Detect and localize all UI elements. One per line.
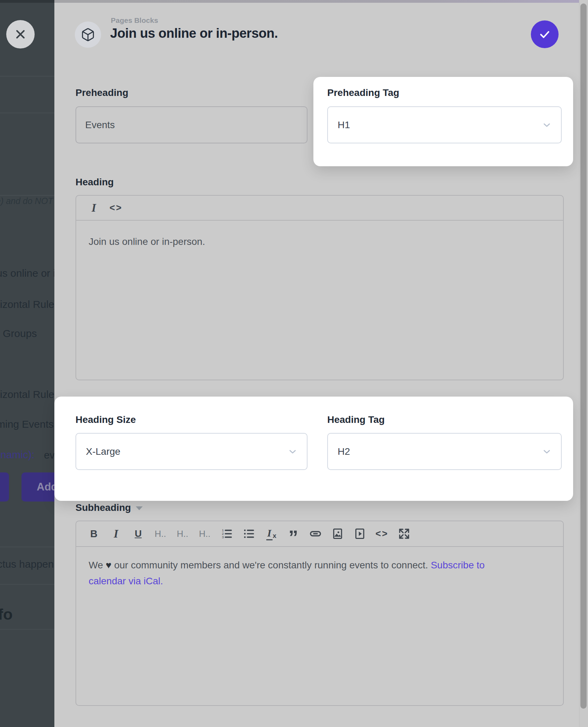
heading-tag-select[interactable]: H2 <box>327 433 562 470</box>
preheading-tag-label: Preheading Tag <box>327 87 399 98</box>
divider <box>0 629 54 630</box>
clear-format-icon[interactable]: Ix <box>265 527 278 540</box>
chevron-down-icon <box>542 120 552 130</box>
bullet-list-icon[interactable] <box>242 528 256 540</box>
background-button-fragment <box>0 472 9 502</box>
italic-icon[interactable]: I <box>109 527 123 540</box>
subscribe-link[interactable]: Subscribe to <box>431 560 485 570</box>
caret-down-icon[interactable] <box>136 506 143 510</box>
background-text-fragment: ynamic): <box>0 449 34 461</box>
heading-2-icon[interactable]: H.. <box>176 529 189 539</box>
dimmed-background-panel: e) and do NOT us online or i rizontal Ru… <box>0 0 54 727</box>
svg-text:3: 3 <box>222 535 224 539</box>
heading-editor-toolbar: I <> <box>76 196 563 221</box>
heading-label: Heading <box>75 177 114 188</box>
heading-3-icon[interactable]: H.. <box>198 529 211 539</box>
preheading-label: Preheading <box>75 87 128 98</box>
breadcrumb: Pages Blocks <box>111 16 158 25</box>
heart-icon: ♥ <box>106 560 112 570</box>
heading-size-value: X-Large <box>86 446 121 457</box>
heading-tag-label: Heading Tag <box>327 414 385 425</box>
chevron-down-icon <box>287 446 298 457</box>
italic-icon[interactable]: I <box>87 202 100 214</box>
preheading-value: Events <box>85 119 115 131</box>
close-button[interactable] <box>6 20 35 48</box>
background-text-fragment: fo <box>0 605 12 623</box>
background-text-fragment: us online or i <box>0 267 55 279</box>
blockquote-icon[interactable]: ” <box>287 532 300 542</box>
subheading-editor-content[interactable]: We ♥ our community members and we're con… <box>76 547 563 589</box>
preheading-tag-value: H1 <box>338 119 350 131</box>
heading-tag-value: H2 <box>338 446 350 457</box>
subheading-editor-toolbar: B I U H.. H.. H.. 1 2 3 Ix <box>76 521 563 547</box>
fullscreen-icon[interactable] <box>398 527 411 540</box>
heading-1-icon[interactable]: H.. <box>154 529 167 539</box>
subheading-text: our community members and we're constant… <box>112 560 431 570</box>
background-text-fragment: e) and do NOT <box>0 196 53 206</box>
background-text-fragment: ming Events <box>0 418 54 430</box>
video-icon[interactable] <box>353 528 366 540</box>
background-text-fragment: rizontal Rule <box>0 299 54 310</box>
bold-icon[interactable]: B <box>87 528 100 540</box>
divider <box>0 195 54 196</box>
check-icon <box>538 28 551 41</box>
heading-size-select[interactable]: X-Large <box>75 433 308 470</box>
scrollbar-thumb[interactable] <box>580 3 587 709</box>
divider <box>0 76 54 77</box>
sidebar-top-strip <box>0 0 54 3</box>
underline-icon[interactable]: U <box>132 528 145 539</box>
block-type-badge <box>75 21 101 48</box>
preheading-input[interactable]: Events <box>75 106 308 143</box>
close-icon <box>14 27 27 41</box>
subheading-editor[interactable]: B I U H.. H.. H.. 1 2 3 Ix <box>75 521 564 706</box>
cube-icon <box>81 27 95 42</box>
subscribe-link[interactable]: calendar via iCal. <box>89 576 163 586</box>
ordered-list-icon[interactable]: 1 2 3 <box>220 528 233 540</box>
preheading-tag-select[interactable]: H1 <box>327 106 562 143</box>
heading-editor[interactable]: I <> Join us online or in-person. <box>75 195 564 380</box>
image-icon[interactable] <box>331 528 344 540</box>
chevron-down-icon <box>542 446 552 457</box>
link-icon[interactable] <box>309 527 322 540</box>
subheading-label: Subheading <box>75 502 131 513</box>
page-title: Join us online or in-person. <box>110 26 278 41</box>
background-text-fragment: rizontal Rule <box>0 389 54 400</box>
subheading-text: We <box>89 560 106 570</box>
background-text-fragment: Groups <box>3 328 37 339</box>
background-text-fragment: ev <box>44 450 55 461</box>
page-top-edge <box>54 0 588 3</box>
code-icon[interactable]: <> <box>109 203 123 213</box>
divider <box>0 584 54 585</box>
divider <box>0 547 54 547</box>
heading-size-label: Heading Size <box>75 414 136 425</box>
background-text-fragment: ctus happen <box>0 558 54 570</box>
heading-editor-content[interactable]: Join us online or in-person. <box>76 221 563 250</box>
divider <box>0 113 54 113</box>
confirm-button[interactable] <box>531 20 559 48</box>
code-icon[interactable]: <> <box>375 529 389 539</box>
